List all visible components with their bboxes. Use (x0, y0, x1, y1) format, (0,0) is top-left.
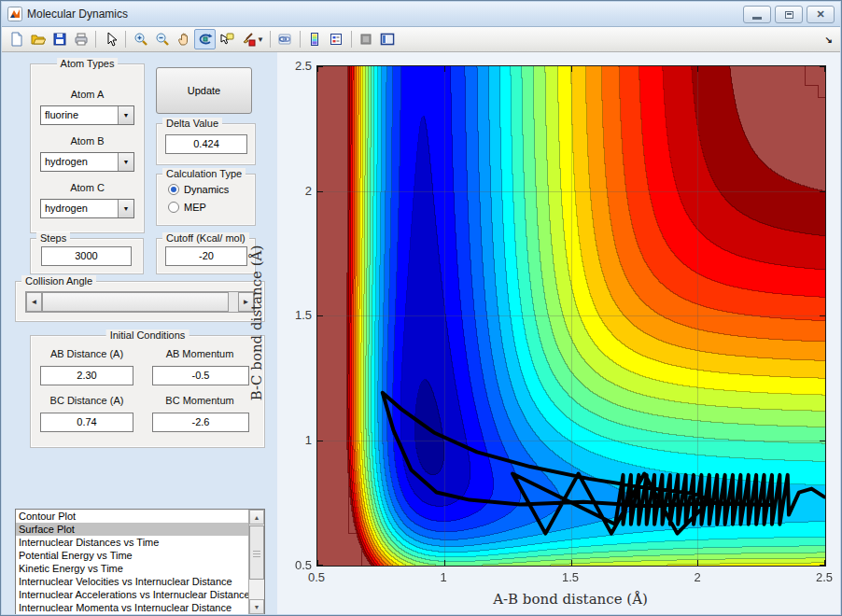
calculation-type-panel: Calculation Type Dynamics MEP (156, 174, 256, 226)
pan-button[interactable] (173, 29, 194, 49)
delta-value-title: Delta Value (162, 118, 222, 129)
close-icon: ✕ (816, 8, 824, 21)
link-plot-icon (277, 32, 292, 47)
steps-field[interactable]: 3000 (41, 246, 132, 266)
brush-dropdown-arrow[interactable]: ▼ (257, 35, 264, 44)
steps-title: Steps (36, 232, 70, 244)
brush-data-button[interactable] (237, 29, 259, 49)
insert-colorbar-button[interactable] (304, 29, 326, 49)
initial-conditions-title: Initial Conditions (106, 329, 189, 341)
delta-value-field[interactable]: 0.424 (165, 134, 247, 154)
new-figure-button[interactable] (6, 29, 27, 49)
list-item[interactable]: Internuclear Distances vs Time (16, 536, 248, 549)
ab-distance-field[interactable]: 2.30 (40, 366, 133, 385)
list-item[interactable]: Internuclear Momenta vs Internuclear Dis… (16, 601, 248, 614)
dropdown-arrow-icon: ▼ (118, 200, 133, 217)
ab-distance-label: AB Distance (A) (40, 348, 133, 359)
bc-momentum-field[interactable]: -2.6 (152, 413, 249, 432)
y-tick-label: 2.5 (280, 59, 312, 73)
figure-toolbar: ▼ ↘ (2, 27, 840, 52)
atom-c-dropdown[interactable]: hydrogen ▼ (40, 199, 134, 218)
vertical-scroll-thumb[interactable] (249, 525, 264, 580)
list-item[interactable]: Internuclear Accelerations vs Internucle… (16, 588, 248, 601)
print-figure-icon (74, 32, 89, 47)
atom-b-dropdown[interactable]: hydrogen ▼ (40, 152, 134, 172)
collision-angle-title: Collision Angle (21, 275, 96, 287)
radio-selected-icon (168, 184, 179, 195)
open-file-button[interactable] (27, 29, 49, 49)
atom-c-value: hydrogen (41, 200, 118, 217)
toolbar-overflow-icon[interactable]: ↘ (825, 35, 833, 45)
y-tick-label: 2 (280, 184, 312, 198)
insert-legend-button[interactable] (326, 29, 347, 49)
rotate-3d-icon (198, 32, 213, 47)
atom-a-dropdown[interactable]: fluorine ▼ (40, 105, 134, 125)
zoom-out-icon (155, 32, 170, 47)
minimize-button[interactable] (743, 6, 771, 23)
save-figure-button[interactable] (49, 29, 70, 49)
atom-b-value: hydrogen (41, 153, 118, 171)
cutoff-field[interactable]: -20 (165, 246, 247, 266)
initial-conditions-panel: Initial Conditions AB Distance (A) AB Mo… (30, 335, 265, 448)
restore-icon (785, 11, 793, 19)
bc-distance-field[interactable]: 0.74 (40, 413, 133, 432)
scroll-up-button[interactable]: ▲ (249, 510, 264, 525)
collision-angle-slider[interactable]: ◄ ► (25, 291, 255, 313)
app-window: Molecular Dynamics ✕ (0, 0, 842, 616)
edit-plot-button[interactable] (100, 29, 121, 49)
insert-legend-icon (329, 32, 344, 47)
save-figure-icon (52, 32, 67, 47)
plot-type-listbox[interactable]: Contour Plot Surface Plot Internuclear D… (15, 509, 265, 614)
atom-b-label: Atom B (31, 135, 144, 147)
list-item-selected[interactable]: Surface Plot (16, 523, 248, 536)
restore-button[interactable] (775, 6, 803, 23)
print-figure-button[interactable] (70, 29, 91, 49)
rotate-3d-button[interactable] (194, 29, 216, 49)
x-tick-label: 1 (425, 570, 462, 584)
slider-left-arrow[interactable]: ◄ (26, 292, 42, 312)
y-tick-label: 1.5 (280, 308, 312, 322)
y-tick-label: 0.5 (280, 558, 312, 572)
dynamics-radio[interactable]: Dynamics (168, 184, 229, 195)
atom-a-label: Atom A (31, 89, 144, 100)
new-figure-icon (9, 32, 24, 47)
list-item[interactable]: Contour Plot (16, 510, 248, 523)
atom-c-label: Atom C (31, 182, 144, 193)
matlab-icon (7, 7, 22, 21)
calculation-type-title: Calculation Type (162, 168, 246, 179)
pan-hand-icon (176, 32, 191, 47)
show-plot-tools-button[interactable] (377, 29, 399, 49)
mep-radio[interactable]: MEP (168, 202, 206, 213)
bc-distance-label: BC Distance (A) (40, 395, 133, 406)
ab-momentum-field[interactable]: -0.5 (152, 366, 249, 385)
minimize-icon (752, 17, 762, 20)
x-tick-label: 2.5 (806, 570, 840, 584)
y-axis-label: B-C bond distance (Å) (248, 211, 265, 435)
list-item[interactable]: Internuclear Velocities vs Internuclear … (16, 575, 248, 588)
close-button[interactable]: ✕ (807, 6, 835, 23)
x-axis-label: A-B bond distance (Å) (458, 591, 682, 608)
scroll-down-button[interactable]: ▼ (249, 599, 264, 614)
cutoff-panel: Cutoff (Kcal/ mol) -20 (156, 238, 256, 274)
list-item[interactable]: Potential Energy vs Time (16, 549, 248, 562)
zoom-in-icon (133, 32, 148, 47)
slider-thumb[interactable] (42, 292, 229, 312)
zoom-out-button[interactable] (151, 29, 173, 49)
hide-plot-tools-button[interactable] (356, 29, 377, 49)
link-plot-button[interactable] (274, 29, 296, 49)
window-title: Molecular Dynamics (27, 7, 128, 21)
data-cursor-button[interactable] (216, 29, 237, 49)
figure-content: Atom Types Atom A fluorine ▼ Atom B hydr… (2, 52, 840, 614)
toolbar-separator (270, 31, 271, 48)
list-item[interactable]: Kinetic Energy vs Time (16, 562, 248, 575)
title-bar[interactable]: Molecular Dynamics ✕ (2, 2, 840, 27)
data-cursor-icon (219, 32, 234, 47)
x-tick-label: 0.5 (298, 570, 335, 584)
zoom-in-button[interactable] (130, 29, 151, 49)
open-file-icon (31, 32, 46, 47)
y-tick-label: 1 (280, 433, 312, 447)
update-button[interactable]: Update (156, 67, 252, 114)
vertical-scrollbar[interactable]: ▲ ▼ (248, 510, 264, 614)
pes-contour-canvas[interactable] (316, 65, 826, 567)
dynamics-radio-label: Dynamics (184, 184, 229, 195)
